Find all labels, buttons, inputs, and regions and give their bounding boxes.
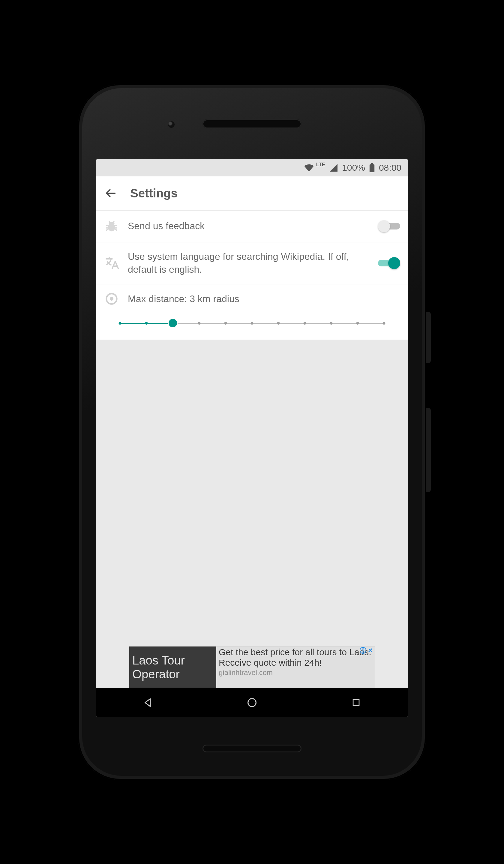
slider-thumb[interactable]: [169, 319, 177, 327]
slider-tick: [357, 322, 359, 325]
setting-label: Send us feedback: [128, 219, 370, 232]
radius-icon: [104, 291, 119, 307]
page-title: Settings: [130, 187, 178, 200]
slider-tick: [277, 322, 280, 325]
nav-recents-button[interactable]: [347, 694, 365, 712]
cell-signal-icon: [329, 164, 338, 171]
translate-icon: [104, 255, 119, 271]
arrow-back-icon: [105, 187, 117, 199]
battery-icon: [369, 163, 375, 172]
slider-tick: [304, 322, 306, 325]
slider-tick: [198, 322, 201, 325]
ad-headline: Laos Tour Operator: [129, 647, 216, 688]
battery-percent: 100%: [342, 163, 365, 173]
ad-body: Get the best price for all tours to Laos…: [219, 647, 372, 668]
language-toggle[interactable]: [378, 257, 400, 269]
ad-banner[interactable]: Laos Tour Operator Get the best price fo…: [129, 646, 375, 688]
bug-icon: [104, 218, 119, 234]
app-bar: Settings: [96, 176, 408, 211]
earpiece: [203, 119, 301, 128]
bottom-speaker: [203, 745, 301, 752]
slider-tick: [119, 322, 121, 325]
svg-point-6: [248, 699, 256, 707]
nav-home-button[interactable]: [243, 694, 261, 712]
wifi-icon: [304, 164, 314, 171]
slider-tick: [383, 322, 385, 325]
svg-rect-7: [353, 699, 359, 706]
slider-tick: [251, 322, 253, 325]
setting-label: Use system language for searching Wikipe…: [128, 250, 370, 276]
distance-slider[interactable]: [120, 319, 384, 328]
setting-label: Max distance: 3 km radius: [128, 293, 239, 304]
power-button: [426, 312, 431, 363]
adchoices[interactable]: i ✕: [359, 647, 375, 654]
setting-row-feedback[interactable]: Send us feedback: [96, 211, 408, 242]
volume-button: [426, 408, 431, 492]
triangle-back-icon: [142, 697, 154, 708]
slider-tick: [145, 322, 148, 325]
system-nav-bar: [96, 688, 408, 717]
feedback-toggle[interactable]: [378, 220, 400, 232]
svg-rect-0: [371, 163, 373, 165]
square-recents-icon: [351, 697, 361, 708]
svg-rect-1: [370, 165, 374, 172]
screen: LTE 100% 08:00 Settings: [96, 159, 408, 717]
ad-info-icon[interactable]: i: [360, 647, 366, 654]
back-button[interactable]: [104, 186, 118, 200]
front-camera: [168, 121, 175, 128]
ad-display-url: gialinhtravel.com: [219, 669, 372, 677]
slider-tick: [330, 322, 333, 325]
setting-row-distance: Max distance: 3 km radius: [96, 285, 408, 340]
ad-close-icon[interactable]: ✕: [367, 647, 373, 654]
nav-back-button[interactable]: [139, 694, 157, 712]
network-type-label: LTE: [316, 162, 325, 167]
circle-home-icon: [246, 697, 258, 709]
setting-row-language[interactable]: Use system language for searching Wikipe…: [96, 242, 408, 285]
slider-tick: [224, 322, 227, 325]
status-bar: LTE 100% 08:00: [96, 159, 408, 176]
phone-frame: LTE 100% 08:00 Settings: [78, 84, 426, 780]
svg-point-5: [110, 297, 113, 301]
clock: 08:00: [379, 163, 401, 173]
